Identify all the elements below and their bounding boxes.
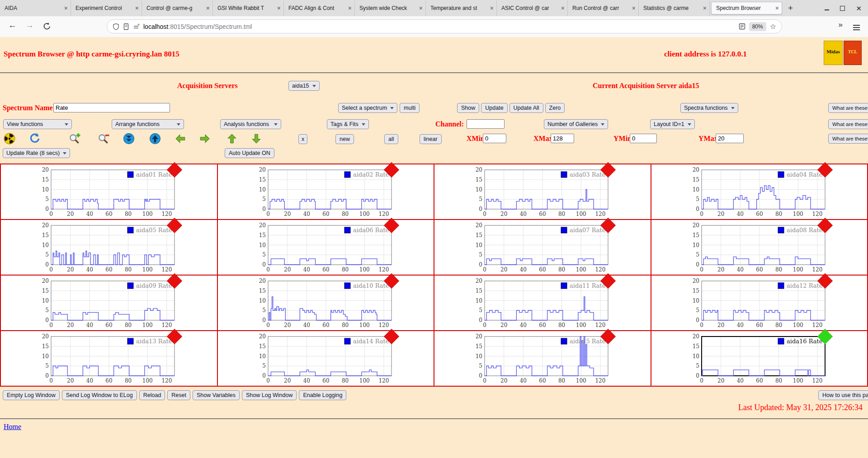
browser-tab-control-carme-g[interactable]: Control @ carme-g× [142, 0, 213, 16]
chart-cell-aida06[interactable]: 05101520020406080100120aida06 Rate [217, 220, 434, 275]
what-are-these-button-2[interactable]: What are these? [828, 119, 868, 129]
chart-cell-aida03[interactable]: 05101520020406080100120aida03 Rate [434, 164, 651, 220]
browser-tab-run-control-carr[interactable]: Run Control @ carr× [568, 0, 639, 16]
show-button[interactable]: Show [457, 103, 479, 113]
chart-cell-aida15[interactable]: 05101520020406080100120aida15 Rate [434, 331, 651, 386]
zoom-in-icon[interactable] [69, 133, 80, 145]
rate-chart-aida06[interactable]: 05101520020406080100120aida06 Rate [251, 221, 403, 274]
midas-logo[interactable]: Midas [824, 41, 843, 65]
browser-tab-spectrum-browser[interactable]: Spectrum Browser× [711, 2, 782, 14]
chart-cell-aida09[interactable]: 05101520020406080100120aida09 Rate [0, 275, 217, 331]
browser-tab-statistics-carme[interactable]: Statistics @ carme× [639, 0, 710, 16]
analysis-functions-select[interactable]: Analysis functions [220, 119, 281, 129]
tab-close-icon[interactable]: × [64, 5, 68, 12]
rate-chart-aida01[interactable]: 05101520020406080100120aida01 Rate [34, 165, 186, 219]
browser-tab-temperature-and-st[interactable]: Temperature and st× [426, 0, 497, 16]
chart-cell-aida05[interactable]: 05101520020406080100120aida05 Rate [0, 220, 217, 275]
tab-close-icon[interactable]: × [419, 5, 423, 12]
tab-close-icon[interactable]: × [490, 5, 494, 12]
pan-up-icon[interactable] [226, 133, 238, 145]
zoom-out-icon[interactable] [98, 133, 109, 145]
chart-cell-aida01[interactable]: 05101520020406080100120aida01 Rate [0, 164, 217, 220]
ymax-input[interactable] [716, 134, 744, 143]
zero-button[interactable]: Zero [545, 103, 565, 113]
forward-button[interactable]: → [25, 20, 34, 30]
url-text[interactable]: localhost:8015/Spectrum/Spectrum.tml [143, 23, 252, 30]
tab-close-icon[interactable]: × [206, 5, 210, 12]
minimize-button[interactable] [825, 6, 829, 10]
expand-y-icon[interactable] [149, 133, 161, 145]
tab-close-icon[interactable]: × [703, 5, 707, 12]
radiation-icon[interactable] [4, 133, 15, 145]
what-are-these-button-1[interactable]: What are these? [828, 103, 868, 113]
rate-chart-aida14[interactable]: 05101520020406080100120aida14 Rate [251, 332, 403, 385]
back-button[interactable]: ← [8, 20, 17, 30]
reset-button[interactable]: Reset [167, 390, 190, 400]
xmax-input[interactable] [551, 134, 574, 143]
chart-cell-aida10[interactable]: 05101520020406080100120aida10 Rate [217, 275, 434, 331]
chart-cell-aida16[interactable]: 05101520020406080100120aida16 Rate [651, 331, 868, 386]
chart-cell-aida08[interactable]: 05101520020406080100120aida08 Rate [651, 220, 868, 275]
chart-cell-aida11[interactable]: 05101520020406080100120aida11 Rate [434, 275, 651, 331]
view-functions-select[interactable]: View functions [3, 119, 72, 129]
browser-tab-fadc-align-cont[interactable]: FADC Align & Cont× [284, 0, 355, 16]
what-are-these-button-3[interactable]: What are these? [828, 134, 868, 144]
page-info-icon[interactable] [123, 23, 129, 30]
acquisition-server-select[interactable]: aida15 [288, 81, 320, 91]
tab-close-icon[interactable]: × [775, 5, 779, 12]
browser-tab-asic-control-car[interactable]: ASIC Control @ car× [497, 0, 568, 16]
chart-cell-aida02[interactable]: 05101520020406080100120aida02 Rate [217, 164, 434, 220]
menu-hamburger-icon[interactable] [853, 23, 860, 32]
number-of-galleries-select[interactable]: Number of Galleries [544, 119, 608, 129]
tab-close-icon[interactable]: × [348, 5, 352, 12]
shield-icon[interactable] [113, 23, 119, 30]
rate-chart-aida08[interactable]: 05101520020406080100120aida08 Rate [685, 221, 836, 274]
new-button[interactable]: new [335, 134, 354, 144]
chart-cell-aida14[interactable]: 05101520020406080100120aida14 Rate [217, 331, 434, 386]
rate-chart-aida10[interactable]: 05101520020406080100120aida10 Rate [251, 276, 403, 330]
connection-icon[interactable] [133, 23, 140, 30]
xmin-input[interactable] [483, 134, 506, 143]
pan-down-icon[interactable] [250, 133, 262, 145]
chart-cell-aida12[interactable]: 05101520020406080100120aida12 Rate [651, 275, 868, 331]
how-to-use-button[interactable]: How to use this page [818, 390, 868, 400]
pan-right-icon[interactable] [199, 133, 211, 145]
reload-icon[interactable] [42, 22, 51, 31]
auto-update-button[interactable]: Auto Update ON [225, 148, 274, 158]
show-log-window-button[interactable]: Show Log Window [242, 390, 297, 400]
send-log-window-to-elog-button[interactable]: Send Log Window to ELog [62, 390, 137, 400]
chart-cell-aida04[interactable]: 05101520020406080100120aida04 Rate [651, 164, 868, 220]
rate-chart-aida03[interactable]: 05101520020406080100120aida03 Rate [468, 165, 619, 219]
tags-fits-select[interactable]: Tags & Fits [327, 119, 369, 129]
chart-cell-aida13[interactable]: 05101520020406080100120aida13 Rate [0, 331, 217, 386]
browser-tab-aida[interactable]: AIDA× [0, 0, 71, 16]
rate-chart-aida12[interactable]: 05101520020406080100120aida12 Rate [685, 276, 836, 330]
home-link[interactable]: Home [4, 423, 21, 431]
bookmark-star-icon[interactable]: ☆ [770, 22, 776, 31]
x-axis-button[interactable]: x [298, 134, 307, 144]
tab-close-icon[interactable]: × [561, 5, 565, 12]
rate-chart-aida09[interactable]: 05101520020406080100120aida09 Rate [34, 276, 186, 330]
browser-tab-gsi-white-rabbit-t[interactable]: GSI White Rabbit T× [213, 0, 284, 16]
pan-left-icon[interactable] [175, 133, 186, 145]
all-button[interactable]: all [384, 134, 398, 144]
show-variables-button[interactable]: Show Variables [193, 390, 240, 400]
rate-chart-aida07[interactable]: 05101520020406080100120aida07 Rate [468, 221, 619, 274]
rate-chart-aida15[interactable]: 05101520020406080100120aida15 Rate [468, 332, 619, 385]
reader-mode-icon[interactable] [739, 23, 745, 30]
toolbar-overflow-icon[interactable]: » [839, 20, 843, 29]
rate-chart-aida04[interactable]: 05101520020406080100120aida04 Rate [685, 165, 836, 219]
url-bar[interactable]: localhost:8015/Spectrum/Spectrum.tml 80%… [107, 19, 782, 33]
update-button[interactable]: Update [481, 103, 507, 113]
rate-chart-aida05[interactable]: 05101520020406080100120aida05 Rate [34, 221, 186, 274]
maximize-button[interactable] [840, 6, 845, 11]
arrange-functions-select[interactable]: Arrange functions [112, 119, 184, 129]
channel-input[interactable] [467, 119, 505, 129]
zoom-level-chip[interactable]: 80% [749, 22, 766, 31]
rate-chart-aida16[interactable]: 05101520020406080100120aida16 Rate [685, 332, 836, 385]
chart-cell-aida07[interactable]: 05101520020406080100120aida07 Rate [434, 220, 651, 275]
refresh-icon[interactable] [29, 133, 41, 145]
rate-chart-aida11[interactable]: 05101520020406080100120aida11 Rate [468, 276, 619, 330]
tab-close-icon[interactable]: × [632, 5, 636, 12]
reload-button[interactable]: Reload [139, 390, 165, 400]
